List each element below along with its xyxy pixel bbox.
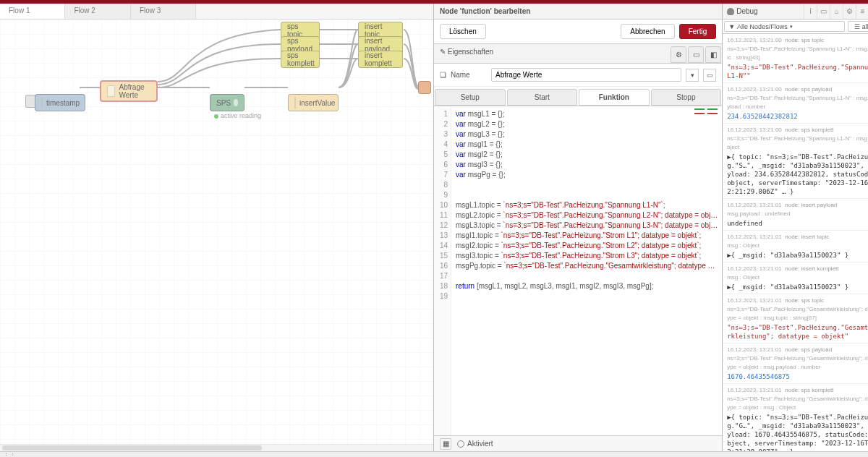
sidebar-context-icon[interactable]: ▭ bbox=[817, 4, 830, 19]
bug-icon bbox=[727, 8, 734, 15]
debug-msg[interactable]: 16.12.2023, 13:21:01 node: sps payloadns… bbox=[723, 343, 868, 384]
tray-title: Node 'function' bearbeiten bbox=[434, 4, 722, 20]
bookmark-icon-button[interactable]: ▭ bbox=[703, 69, 716, 82]
footer-icon[interactable]: ▦ bbox=[440, 438, 451, 450]
enabled-indicator[interactable]: Aktiviert bbox=[457, 440, 493, 448]
tag-icon: ❏ bbox=[440, 71, 446, 79]
code-area[interactable]: var msgL1 = {};var msgL2 = {};var msgL3 … bbox=[451, 106, 722, 435]
line-gutter: 12345678910111213141516171819 bbox=[434, 106, 451, 435]
debug-msg[interactable]: 16.12.2023, 13:21:01 node: sps komplettn… bbox=[723, 384, 868, 451]
tray-icon-info[interactable]: ▭ bbox=[688, 46, 704, 63]
debug-msg[interactable]: 16.12.2023, 13:21:00 node: sps komplettn… bbox=[723, 124, 868, 199]
tray-icon-appearance[interactable]: ◧ bbox=[705, 46, 721, 63]
filter-nodes-button[interactable]: ▼ Alle Nodes/Flows ▾ bbox=[724, 21, 845, 32]
debug-msg[interactable]: 16.12.2023, 13:21:01 node: sps topicns=3… bbox=[723, 294, 868, 343]
expand-icon[interactable] bbox=[694, 108, 705, 116]
delete-button[interactable]: Löschen bbox=[440, 24, 486, 39]
format-icon[interactable] bbox=[707, 108, 718, 116]
debug-messages[interactable]: 16.12.2023, 13:21:00 node: sps topicns=3… bbox=[723, 34, 868, 451]
edit-tray: Node 'function' bearbeiten Löschen Abbre… bbox=[434, 4, 723, 451]
code-editor[interactable]: 12345678910111213141516171819 var msgL1 … bbox=[434, 106, 722, 435]
cancel-button[interactable]: Abbrechen bbox=[621, 24, 674, 39]
name-label: Name bbox=[451, 71, 487, 79]
tab-stop[interactable]: Stopp bbox=[651, 89, 722, 106]
sidebar-title: Debug bbox=[723, 7, 804, 15]
debug-msg[interactable]: 16.12.2023, 13:21:00 node: sps payloadns… bbox=[723, 83, 868, 124]
workspace: Flow 1 Flow 2 Flow 3 bbox=[0, 4, 434, 451]
sidebar-config-icon[interactable]: ⌂ bbox=[830, 4, 843, 19]
tab-start[interactable]: Start bbox=[507, 89, 578, 106]
filter-all-button[interactable]: ☰ all ▾ bbox=[848, 21, 868, 32]
tray-icon-settings[interactable]: ⚙ bbox=[671, 46, 686, 63]
debug-msg[interactable]: 16.12.2023, 13:21:00 node: sps topicns=3… bbox=[723, 34, 868, 83]
name-input[interactable] bbox=[491, 68, 681, 82]
debug-sidebar: Debug i ▭ ⌂ ⚙ ≡ ▾ ▼ Alle Nodes/Flows ▾ ☰… bbox=[723, 4, 868, 451]
done-button[interactable]: Fertig bbox=[679, 24, 717, 39]
footer-handle[interactable]: ⋮⋮ bbox=[4, 453, 17, 457]
env-icon-button[interactable]: ▾ bbox=[686, 69, 699, 82]
tab-properties[interactable]: ✎ Eigenschaften bbox=[434, 44, 506, 63]
debug-msg[interactable]: 16.12.2023, 13:21:01 node: insert payloa… bbox=[723, 199, 868, 231]
debug-msg[interactable]: 16.12.2023, 13:21:01 node: insert komple… bbox=[723, 262, 868, 294]
sidebar-info-icon[interactable]: i bbox=[804, 4, 817, 19]
tab-function[interactable]: Funktion bbox=[579, 89, 650, 106]
sidebar-menu-icon[interactable]: ≡ bbox=[856, 4, 868, 19]
debug-msg[interactable]: 16.12.2023, 13:21:01 node: insert topicm… bbox=[723, 231, 868, 262]
tab-setup[interactable]: Setup bbox=[435, 89, 506, 106]
sidebar-settings-icon[interactable]: ⚙ bbox=[843, 4, 856, 19]
